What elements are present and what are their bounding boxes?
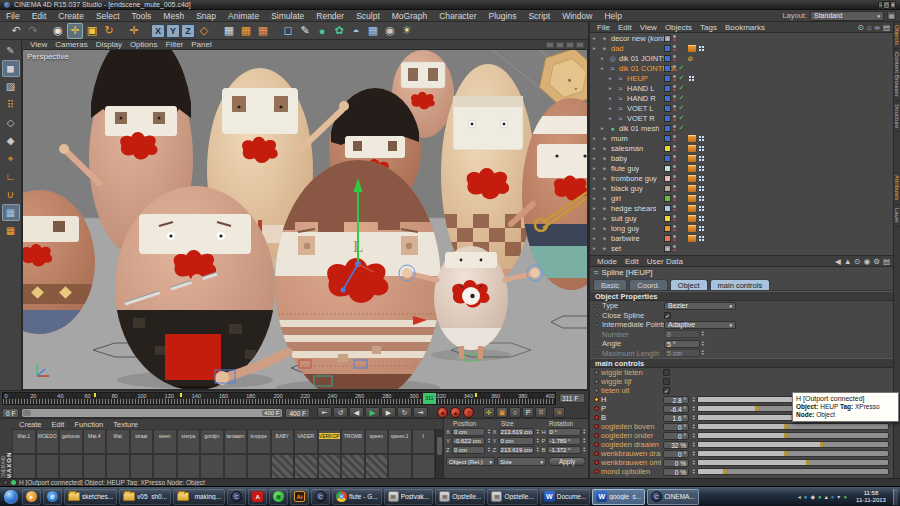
expand-icon[interactable]: ▸ [593, 145, 600, 151]
material-swatch[interactable] [224, 454, 248, 479]
xpresso-tag-icon[interactable] [688, 155, 696, 162]
material-VADER[interactable]: VADER [294, 429, 318, 454]
control-checkbox[interactable] [663, 369, 670, 376]
slider-track[interactable] [697, 450, 889, 457]
goto-start-button[interactable]: ⇤ [317, 407, 332, 418]
enabled-check[interactable]: ✓ [678, 104, 686, 112]
visibility-dots[interactable] [673, 35, 676, 41]
layer-swatch[interactable] [664, 85, 671, 92]
attr-up-icon[interactable]: ▲ [844, 257, 851, 266]
attr-tab-object[interactable]: Object [670, 279, 708, 290]
record-pla-toggle[interactable]: ⠿ [535, 407, 547, 418]
prop-dropdown[interactable]: Bezier▾ [664, 302, 736, 310]
slider-track[interactable] [697, 459, 889, 466]
coord-field-position-x[interactable]: 0 cm [452, 428, 485, 436]
material-swatch[interactable] [83, 454, 107, 479]
visibility-dots[interactable] [673, 205, 676, 211]
object-row[interactable]: ▸ ⌖ flute guy [590, 163, 893, 173]
axis-ruler-icon[interactable]: ∟ [2, 168, 20, 185]
lock-x-icon[interactable]: X [151, 24, 165, 38]
object-row[interactable]: ▸ ⌖ baby [590, 153, 893, 163]
slider-value-field[interactable]: 0 % [663, 468, 689, 476]
layer-swatch[interactable] [664, 205, 671, 212]
material-Mat.1[interactable]: Mat.1 [12, 429, 36, 454]
coord-system-icon[interactable]: ◇ [196, 23, 212, 39]
xpresso-tag-icon[interactable] [688, 175, 696, 182]
slider-value-field[interactable]: 1.6 ° [663, 414, 689, 422]
expand-icon[interactable]: ▸ [593, 235, 600, 241]
side-tab-structure[interactable]: Structure [894, 101, 900, 132]
object-name[interactable]: dad [611, 44, 624, 53]
menu-file[interactable]: File [0, 11, 26, 21]
mail-opstelle2-button[interactable]: ✉Opstelle... [487, 489, 537, 505]
add-light-icon[interactable]: ☀ [399, 23, 415, 39]
prev-key-button[interactable]: ↺ [333, 407, 348, 418]
chrome-flute-button[interactable]: flute - G... [332, 489, 382, 505]
add-generator-icon[interactable]: ● [314, 23, 330, 39]
object-name[interactable]: decor new (koning) [611, 34, 669, 43]
attr-lock-icon[interactable]: ◉ [864, 257, 871, 266]
expand-icon[interactable]: ▸ [593, 175, 600, 181]
object-row[interactable]: ▸ ⌖ girl [590, 193, 893, 203]
material-scrollbar[interactable] [435, 429, 443, 479]
visibility-dots[interactable] [673, 215, 676, 221]
attr-tab-basic[interactable]: Basic [593, 279, 627, 290]
material-knoppe[interactable]: knoppe [247, 429, 271, 454]
model-mode-icon[interactable]: ◼ [2, 60, 20, 77]
layer-swatch[interactable] [664, 185, 671, 192]
object-row[interactable]: ▸ ⌖ dad [590, 43, 893, 53]
object-name[interactable]: dik 01 mesh [619, 124, 659, 133]
object-row[interactable]: ▸ ≈ HAND R ✓ [590, 93, 893, 103]
constraint-tag-icon[interactable] [688, 75, 695, 82]
material-empty-slot[interactable] [341, 454, 365, 479]
visibility-dots[interactable] [673, 45, 676, 51]
constraint-tag-icon[interactable] [698, 235, 705, 242]
add-spline-icon[interactable]: ✎ [297, 23, 313, 39]
material-BABY[interactable]: BABY [271, 429, 295, 454]
layer-swatch[interactable] [664, 145, 671, 152]
system-tray[interactable]: ◂●◆●▴●▾● [796, 493, 849, 500]
menu-select[interactable]: Select [90, 11, 126, 21]
material-VERKOP[interactable]: VERKOP [318, 429, 342, 454]
enabled-check[interactable]: ✓ [678, 84, 686, 92]
layer-swatch[interactable] [664, 215, 671, 222]
om-menu-edit[interactable]: Edit [614, 23, 636, 32]
expand-icon[interactable]: ▸ [609, 115, 616, 121]
menu-plugins[interactable]: Plugins [483, 11, 523, 21]
viewport-3d-scene[interactable]: Perspective [22, 50, 588, 390]
viewport-menu-filter[interactable]: Filter [161, 40, 187, 49]
render-view-icon[interactable]: ▦ [221, 23, 237, 39]
expand-icon[interactable]: ▸ [593, 155, 600, 161]
slider-value-field[interactable]: 0 ° [663, 432, 689, 440]
play-button[interactable]: ▶ [365, 407, 380, 418]
material-swatch[interactable] [12, 454, 36, 479]
material-swatch[interactable] [412, 454, 436, 479]
object-name[interactable]: baby [611, 154, 627, 163]
menu-character[interactable]: Character [433, 11, 482, 21]
expand-icon[interactable]: ▸ [593, 135, 600, 141]
attr-panel-icon[interactable]: ▤ [883, 257, 890, 266]
constraint-tag-icon[interactable] [698, 205, 705, 212]
object-row[interactable]: ▸ ⌖ hedge shears [590, 203, 893, 213]
layer-swatch[interactable] [664, 95, 671, 102]
slider-value-field[interactable]: -6.4 ° [663, 405, 689, 413]
object-row[interactable]: ▸ ⌖ decor new (koning) ✕ [590, 33, 893, 43]
attr-settings-icon[interactable]: ⚙ [873, 257, 880, 266]
size-mode-dropdown[interactable]: Size▾ [497, 457, 546, 466]
om-menu-tags[interactable]: Tags [696, 23, 721, 32]
visibility-dots[interactable] [673, 195, 676, 201]
range-start-field[interactable]: 0 F [2, 408, 19, 418]
last-tool-icon[interactable]: ✛ [126, 23, 142, 39]
layer-swatch[interactable]: ✕ [664, 245, 671, 252]
om-menu-view[interactable]: View [636, 23, 661, 32]
viewport-menu-display[interactable]: Display [92, 40, 126, 49]
make-editable-icon[interactable]: ✎ [2, 42, 20, 59]
menu-simulate[interactable]: Simulate [265, 11, 310, 21]
visibility-dots[interactable] [673, 145, 676, 151]
taskbar-clock[interactable]: 11:58 11-11-2013 [851, 490, 891, 504]
slider-track[interactable] [697, 441, 889, 448]
object-name[interactable]: hedge shears [611, 204, 656, 213]
tray-icon-5[interactable]: ● [831, 494, 835, 500]
locked-workplane-icon[interactable]: ▦ [2, 222, 20, 239]
visibility-dots[interactable] [673, 65, 676, 71]
